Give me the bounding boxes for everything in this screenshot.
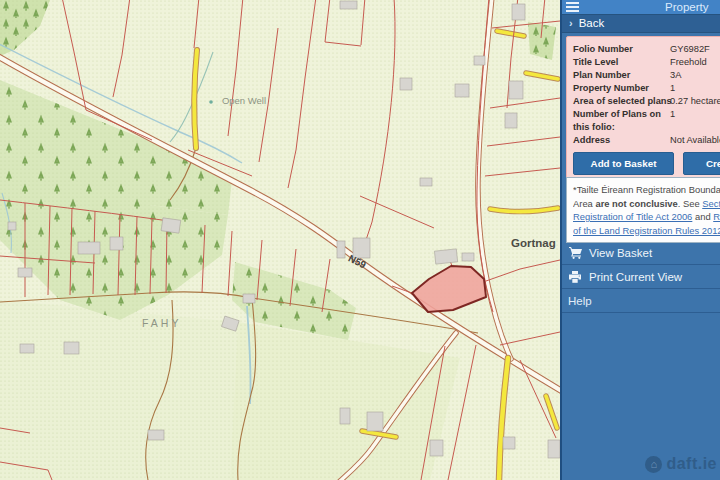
folio-value: GY6982F bbox=[670, 43, 720, 56]
map-viewport[interactable]: Open Well N59 FAHY Gortnag bbox=[0, 0, 560, 480]
panel-header: Property bbox=[562, 0, 720, 15]
folio-label: Number of Plans on this folio: bbox=[573, 108, 668, 134]
folio-label: Area of selected plans bbox=[573, 95, 668, 108]
panel-title: Property bbox=[665, 1, 708, 13]
folio-value: 1 bbox=[670, 82, 720, 95]
view-basket-label: View Basket bbox=[589, 247, 652, 259]
daft-house-logo-icon: ⌂ bbox=[645, 456, 662, 473]
map-texture bbox=[0, 0, 560, 480]
folio-label: Plan Number bbox=[573, 69, 668, 82]
folio-value: 1 bbox=[670, 108, 720, 134]
disclaimer-box: *Tailte Éireann Registration Boundaries … bbox=[566, 177, 720, 243]
daft-watermark-text: daft.ie bbox=[666, 455, 717, 473]
view-basket-item[interactable]: View Basket bbox=[562, 241, 720, 265]
disclaimer-link[interactable]: Rule 5 bbox=[713, 211, 720, 222]
folio-value: Not Available bbox=[670, 134, 720, 147]
map-canvas[interactable]: Open Well N59 FAHY Gortnag bbox=[0, 0, 560, 480]
back-button[interactable]: ›Back bbox=[562, 15, 720, 33]
create-alert-button[interactable]: Create Alert bbox=[683, 152, 720, 175]
well-marker bbox=[209, 100, 213, 104]
sidebar-panel: Property ›Back Folio NumberGY6982F Title… bbox=[560, 0, 720, 480]
sidebar-menu: View Basket Print Current View Help bbox=[562, 241, 720, 313]
folio-value: 3A bbox=[670, 69, 720, 82]
disclaimer-link[interactable]: Registration of Title Act 2006 bbox=[573, 211, 692, 222]
add-to-basket-button[interactable]: Add to Basket bbox=[573, 152, 674, 175]
disclaimer-link[interactable]: of the Land Registration Rules 2012 bbox=[573, 225, 720, 236]
folio-value: Freehold bbox=[670, 56, 720, 69]
printer-icon bbox=[568, 271, 582, 283]
help-label: Help bbox=[568, 295, 592, 307]
folio-actions: Add to Basket Create Alert bbox=[573, 152, 720, 175]
map-label-open-well: Open Well bbox=[222, 95, 266, 106]
back-label: Back bbox=[579, 17, 605, 29]
chevron-right-icon: › bbox=[569, 17, 573, 29]
hamburger-menu-icon[interactable] bbox=[566, 2, 579, 12]
folio-label: Title Level bbox=[573, 56, 668, 69]
print-current-view-item[interactable]: Print Current View bbox=[562, 265, 720, 289]
folio-label: Property Number bbox=[573, 82, 668, 95]
folio-details-box: Folio NumberGY6982F Title LevelFreehold … bbox=[566, 36, 720, 182]
property-map-app: Open Well N59 FAHY Gortnag Property ›Bac… bbox=[0, 0, 720, 480]
disclaimer-link[interactable]: Section 62 of the bbox=[702, 198, 720, 209]
map-label-gortnag: Gortnag bbox=[511, 237, 556, 249]
map-label-fahy: FAHY bbox=[142, 317, 181, 329]
folio-value: 0.27 hectares. bbox=[670, 95, 720, 108]
daft-watermark: ⌂ daft.ie bbox=[645, 455, 717, 473]
help-item[interactable]: Help bbox=[562, 289, 720, 313]
folio-table: Folio NumberGY6982F Title LevelFreehold … bbox=[573, 43, 720, 147]
folio-label: Folio Number bbox=[573, 43, 668, 56]
print-current-view-label: Print Current View bbox=[589, 271, 682, 283]
folio-label: Address bbox=[573, 134, 668, 147]
cart-icon bbox=[568, 247, 582, 259]
